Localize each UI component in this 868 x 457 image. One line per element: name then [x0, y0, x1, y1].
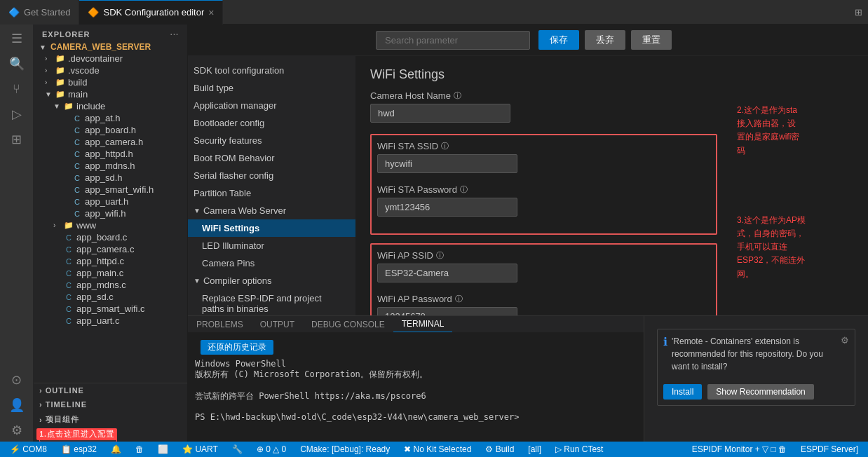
install-button[interactable]: Install: [663, 384, 702, 400]
tree-item[interactable]: ›📁.devcontainer: [34, 53, 187, 64]
status-esp32[interactable]: 📋 esp32: [57, 444, 101, 454]
tree-item[interactable]: Capp_board.c: [34, 231, 187, 243]
tree-item[interactable]: Capp_wifi.h: [34, 207, 187, 219]
config-menu-item[interactable]: Replace ESP-IDF and project paths in bin…: [188, 289, 355, 315]
status-no-kit[interactable]: ✖ No Kit Selected: [400, 444, 475, 454]
search-input[interactable]: [376, 31, 530, 50]
chevron-right-icon: ›: [39, 386, 43, 395]
terminal-tab[interactable]: TERMINAL: [393, 316, 453, 332]
status-openocd[interactable]: ESPDF Server]: [796, 444, 862, 454]
field-input-wifi-sta-password[interactable]: [377, 198, 517, 217]
tree-item[interactable]: Capp_camera.h: [34, 136, 187, 148]
activity-run[interactable]: ▷: [6, 103, 28, 125]
tree-item[interactable]: ▼📁main: [34, 88, 187, 100]
tab-sdk-config[interactable]: 🔶 SDK Configuration editor ×: [79, 0, 223, 25]
terminal-history-button[interactable]: 还原的历史记录: [201, 340, 273, 355]
activity-accounts[interactable]: 👤: [6, 394, 28, 416]
tree-item[interactable]: ›📁.vscode: [34, 64, 187, 76]
info-icon-camera-host-name[interactable]: ⓘ: [454, 90, 461, 101]
terminal-tab[interactable]: OUTPUT: [252, 317, 303, 332]
notification-box: ℹ 'Remote - Containers' extension is rec…: [657, 329, 855, 406]
tree-item[interactable]: Capp_board.h: [34, 124, 187, 136]
info-icon-wifi-ap-ssid[interactable]: ⓘ: [436, 250, 444, 261]
tree-root[interactable]: ▼ CAMERA_WEB_SERVER: [34, 41, 187, 53]
config-menu-item[interactable]: Application manager: [188, 97, 355, 114]
notif-settings-icon[interactable]: ⚙: [841, 335, 849, 346]
activity-remote[interactable]: ⊙: [6, 369, 28, 391]
status-espidf-monitor[interactable]: ESPIDF Monitor + ▽ □ 🗑: [688, 444, 791, 454]
config-menu-item[interactable]: Security features: [188, 132, 355, 149]
config-menu-item[interactable]: LED Illuminator: [188, 237, 355, 254]
config-menu-item[interactable]: SDK tool configuration: [188, 62, 355, 79]
terminal-tab[interactable]: DEBUG CONSOLE: [303, 317, 393, 332]
activity-explorer[interactable]: ☰: [6, 27, 28, 50]
info-icon-wifi-sta-ssid[interactable]: ⓘ: [441, 141, 449, 151]
status-zero-errors[interactable]: ⊕ 0 △ 0: [252, 444, 290, 454]
chevron-down-icon: ▼: [39, 43, 50, 51]
tree-item[interactable]: Capp_camera.c: [34, 243, 187, 255]
sidebar-more-icon[interactable]: ···: [170, 30, 179, 39]
tree-item[interactable]: Capp_smart_wifi.c: [34, 303, 187, 315]
label-text: WiFi STA SSID: [377, 141, 438, 151]
tree-item[interactable]: Capp_uart.h: [34, 196, 187, 207]
info-icon-wifi-sta-password[interactable]: ⓘ: [460, 184, 468, 195]
section-project-components[interactable]: › 项目组件 1.点击这里进入配置: [34, 411, 187, 428]
tree-item[interactable]: Capp_uart.c: [34, 315, 187, 327]
tree-item[interactable]: Capp_httpd.h: [34, 148, 187, 160]
tree-item[interactable]: Capp_smart_wifi.h: [34, 184, 187, 196]
discard-button[interactable]: 丢弃: [585, 30, 625, 50]
status-uart[interactable]: ⭐ UART: [178, 444, 222, 454]
section-outline[interactable]: › OUTLINE: [34, 383, 187, 397]
config-menu-item[interactable]: Build type: [188, 79, 355, 97]
field-wrapper-wifi-ap-password: WiFi AP Passwordⓘ: [377, 294, 710, 315]
config-menu-item[interactable]: Partition Table: [188, 184, 355, 202]
reset-button[interactable]: 重置: [631, 30, 672, 50]
config-menu-item[interactable]: Bootloader config: [188, 114, 355, 132]
field-input-camera-host-name[interactable]: [370, 104, 510, 123]
tree-item[interactable]: Capp_mdns.c: [34, 279, 187, 291]
config-menu-item[interactable]: Camera Pins: [188, 254, 355, 272]
config-menu-item[interactable]: Boot ROM Behavior: [188, 149, 355, 167]
field-input-wifi-sta-ssid[interactable]: [377, 154, 517, 173]
status-cmake[interactable]: CMake: [Debug]: Ready: [296, 444, 394, 454]
tree-item[interactable]: Capp_sd.h: [34, 172, 187, 184]
status-bell[interactable]: 🔔: [107, 444, 126, 454]
config-menu-item[interactable]: ▼Compiler options: [188, 272, 355, 289]
tree-item[interactable]: Capp_at.h: [34, 112, 187, 124]
tab-get-started[interactable]: 🔷 Get Started: [0, 0, 79, 25]
save-button[interactable]: 保存: [538, 30, 579, 50]
config-menu-item[interactable]: WiFi Settings: [188, 219, 355, 237]
status-build[interactable]: ⚙ Build: [481, 444, 518, 454]
tree-item[interactable]: ▼📁include: [34, 100, 187, 112]
status-tool[interactable]: 🔧: [228, 444, 247, 454]
config-menu-item[interactable]: Serial flasher config: [188, 167, 355, 184]
status-run-ctest[interactable]: ▷ Run CTest: [551, 444, 607, 454]
split-editor-icon[interactable]: ⊞: [855, 7, 862, 18]
label-text: WiFi AP SSID: [377, 250, 433, 261]
status-delete[interactable]: 🗑: [131, 444, 148, 454]
tab-sdk-config-close[interactable]: ×: [208, 7, 214, 18]
activity-extensions[interactable]: ⊞: [6, 128, 28, 151]
section-timeline[interactable]: › TIMELINE: [34, 397, 187, 411]
tree-item[interactable]: Capp_httpd.c: [34, 255, 187, 267]
field-input-wifi-ap-password[interactable]: [377, 307, 517, 315]
terminal-line: [195, 381, 637, 390]
activity-source-control[interactable]: ⑂: [6, 78, 28, 100]
config-menu-item[interactable]: ▼Camera Web Server: [188, 202, 355, 219]
status-box[interactable]: ⬜: [154, 444, 172, 454]
status-com8[interactable]: ⚡ COM8: [6, 444, 51, 454]
file-icon: C: [72, 162, 83, 170]
tree-item[interactable]: ›📁build: [34, 76, 187, 88]
info-icon-wifi-ap-password[interactable]: ⓘ: [455, 294, 463, 304]
tree-item[interactable]: Capp_sd.c: [34, 291, 187, 303]
activity-search[interactable]: 🔍: [6, 53, 28, 75]
tree-item[interactable]: Capp_main.c: [34, 267, 187, 279]
status-all[interactable]: [all]: [524, 444, 545, 454]
show-recommendation-button[interactable]: Show Recommendation: [707, 384, 813, 400]
activity-settings[interactable]: ⚙: [6, 419, 28, 442]
terminal-tab[interactable]: PROBLEMS: [188, 317, 252, 332]
tree-item[interactable]: ›📁www: [34, 219, 187, 231]
field-wrapper-wifi-sta-password: WiFi STA Passwordⓘ: [377, 184, 710, 225]
field-input-wifi-ap-ssid[interactable]: [377, 264, 517, 282]
tree-item[interactable]: Capp_mdns.h: [34, 160, 187, 172]
